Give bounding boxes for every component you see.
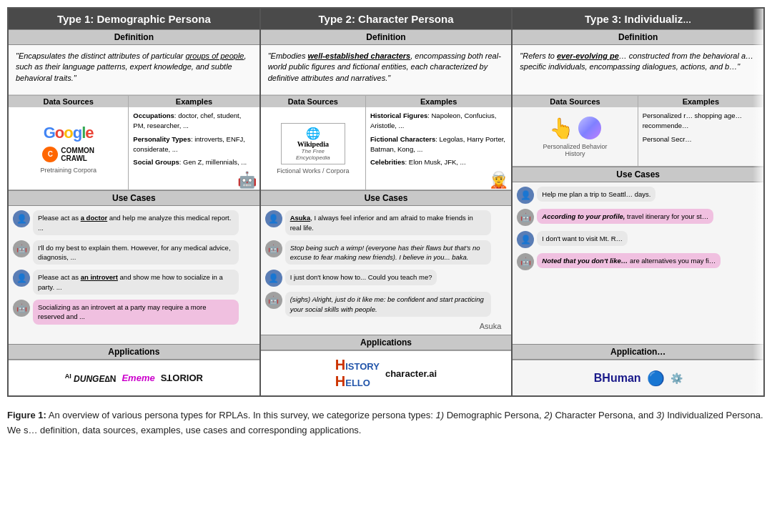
p3-bot-avatar-2: 🤖 <box>517 253 534 270</box>
storior-logo: STORIOR <box>161 373 203 383</box>
p2-bot-avatar-2: 🤖 <box>265 292 282 309</box>
panels-row: Type 1: Demographic Persona Definition "… <box>7 7 765 397</box>
panel2-usecases: 👤 Asuka, I always feel inferior and am a… <box>261 206 512 335</box>
panel2-apps: HISTORY HELLO character.ai <box>261 350 512 395</box>
panel1-usecases: 👤 Please act as a doctor and help me ana… <box>9 206 259 344</box>
panel2-header: Type 2: Character Persona <box>261 9 512 29</box>
p2-chat-row-4: 🤖 (sighs) Alright, just do it like me: b… <box>265 292 508 317</box>
p2-human-avatar-2: 👤 <box>265 270 282 287</box>
example-personalized: Personalized r… shopping age… recommende… <box>643 111 759 132</box>
panel1-sources-col: Data Sources Google C COMMONCRAWL Pretra… <box>9 96 129 189</box>
wikipedia-logo: 🌐 Wikipedia The Free Encyclopedia <box>281 123 345 164</box>
panel3-header: Type 3: Individualiz… <box>513 9 763 29</box>
history-hello-logo: HISTORY HELLO <box>335 357 380 390</box>
cc-text: COMMONCRAWL <box>61 147 94 162</box>
p3-bubble-4: Noted that you don't like… are alternati… <box>537 253 721 268</box>
bubble-3: Please act as an introvert and show me h… <box>33 270 239 295</box>
panel2-usecases-header: Use Cases <box>261 190 512 206</box>
chat-row-1: 👤 Please act as a doctor and help me ana… <box>13 210 255 235</box>
human-avatar-1: 👤 <box>13 210 30 227</box>
panel3-usecases: 👤 Help me plan a trip to Seattl… days. 🤖… <box>513 182 763 344</box>
character-ai-logo: character.ai <box>385 368 437 379</box>
p3-bubble-3: I don't want to visit Mt. R… <box>537 231 628 246</box>
panel-individualized: Type 3: Individualiz… Definition "Refers… <box>513 9 763 395</box>
panel3-source-label: Personalized BehaviorHistory <box>543 143 607 157</box>
panel2-examples-header: Examples <box>366 96 511 107</box>
wikipedia-globe-icon: 🌐 <box>284 127 342 140</box>
panel3-examples-col: Examples Personalized r… shopping age… r… <box>638 96 763 166</box>
panel1-header: Type 1: Demographic Persona <box>9 9 259 29</box>
panel1-definition-header: Definition <box>9 29 259 45</box>
panel1-sources-examples: Data Sources Google C COMMONCRAWL Pretra… <box>9 95 259 190</box>
panel1-apps: AI DUNGE∆N Ememe STORIOR <box>9 360 259 395</box>
panel2-sources-header: Data Sources <box>261 96 365 107</box>
panel2-examples-col: Examples Historical Figures: Napoleon, C… <box>366 96 511 189</box>
panel1-underline: groups of people <box>185 51 244 60</box>
google-logo: Google <box>44 124 94 142</box>
panel3-usecases-header: Use Cases <box>513 167 763 182</box>
panel3-fade <box>753 9 763 395</box>
cc-icon: C <box>42 147 58 162</box>
siri-icon <box>578 117 601 139</box>
wikipedia-title: Wikipedia <box>284 140 342 148</box>
panel3-examples-header: Examples <box>638 96 763 107</box>
p2-chat-row-2: 🤖 Stop being such a wimp! (everyone has … <box>265 240 508 265</box>
chat-row-2: 🤖 I'll do my best to explain them. Howev… <box>13 240 255 265</box>
p2-bubble-1: Asuka, I always feel inferior and am afr… <box>285 210 491 235</box>
panel-demographic: Type 1: Demographic Persona Definition "… <box>9 9 261 395</box>
ai-dungeon-logo: AI DUNGE∆N <box>65 373 117 384</box>
panel3-apps: BHuman 🔵 ⚙️ <box>513 360 763 395</box>
p3-human-avatar-1: 👤 <box>517 187 534 204</box>
chat-row-4: 🤖 Socializing as an introvert at a party… <box>13 300 255 325</box>
panel2-sources-examples: Data Sources 🌐 Wikipedia The Free Encycl… <box>261 95 512 190</box>
fingerprint-icon: 👆 <box>549 117 574 140</box>
p2-bot-avatar-1: 🤖 <box>265 240 282 257</box>
panel1-examples-header: Examples <box>129 96 259 107</box>
panel1-definition: "Encapsulates the distinct attributes of… <box>9 45 259 95</box>
example-celebrities: Celebrities: Elon Musk, JFK, ... <box>370 157 507 167</box>
panel1-examples-content: Occupations: doctor, chef, student, PM, … <box>129 107 259 171</box>
wikipedia-sub: The Free Encyclopedia <box>284 148 342 161</box>
p2-bubble-4: (sighs) Alright, just do it like me: be … <box>285 292 491 317</box>
p3-bot-avatar-1: 🤖 <box>517 209 534 226</box>
p2-chat-row-1: 👤 Asuka, I always feel inferior and am a… <box>265 210 508 235</box>
character-name-label: Asuka <box>265 322 508 330</box>
caption-text: An overview of various persona types for… <box>7 410 763 435</box>
panel3-definition: "Refers to ever-evolving pe… constructed… <box>513 45 763 95</box>
p3-chat-row-2: 🤖 According to your profile, travel itin… <box>517 209 759 226</box>
panel1-definition-text: "Encapsulates the distinct attributes of… <box>16 51 247 82</box>
panel1-source-label: Pretraining Corpora <box>40 167 96 174</box>
figure-container: Type 1: Demographic Persona Definition "… <box>7 7 765 441</box>
panel2-examples-content: Historical Figures: Napoleon, Confucius,… <box>366 107 511 171</box>
common-crawl-logo: C COMMONCRAWL <box>42 147 94 162</box>
panel-character: Type 2: Character Persona Definition "Em… <box>261 9 513 395</box>
panel1-sources-header: Data Sources <box>9 96 128 107</box>
panel2-apps-header: Applications <box>261 335 512 350</box>
panel1-apps-header: Applications <box>9 344 259 360</box>
p3-human-avatar-2: 👤 <box>517 231 534 248</box>
panel3-sources-header: Data Sources <box>513 96 637 107</box>
example-historical: Historical Figures: Napoleon, Confucius,… <box>370 111 507 132</box>
panel3-sources-col: Data Sources 👆 Personalized BehaviorHist… <box>513 96 638 166</box>
bot-avatar-1: 🤖 <box>13 240 30 257</box>
bubble-4: Socializing as an introvert at a party m… <box>33 300 239 325</box>
p2-bubble-2: Stop being such a wimp! (everyone has th… <box>285 240 491 265</box>
panel3-definition-header: Definition <box>513 29 763 45</box>
chat-row-3: 👤 Please act as an introvert and show me… <box>13 270 255 295</box>
p3-chat-row-4: 🤖 Noted that you don't like… are alterna… <box>517 253 759 270</box>
p3-chat-row-3: 👤 I don't want to visit Mt. R… <box>517 231 759 248</box>
panel3-apps-header: Application… <box>513 344 763 360</box>
character-icon-p2: 🧝 <box>366 171 511 189</box>
bubble-2: I'll do my best to explain them. However… <box>33 240 239 265</box>
p2-bubble-3: I just don't know how to... Could you te… <box>285 270 437 285</box>
bhuman-icon: 🔵 <box>647 370 665 387</box>
bubble-1: Please act as a doctor and help me analy… <box>33 210 239 235</box>
figure-num: Figure 1: <box>7 410 46 420</box>
apps-extra-icon: ⚙️ <box>670 373 683 384</box>
panel3-definition-text: "Refers to ever-evolving pe… constructed… <box>520 51 753 71</box>
panel2-definition-header: Definition <box>261 29 512 45</box>
robot-icon-p1: 🤖 <box>129 171 259 189</box>
bhuman-logo: BHuman <box>594 372 641 385</box>
panel2-sources-col: Data Sources 🌐 Wikipedia The Free Encycl… <box>261 96 366 189</box>
p3-bubble-2: According to your profile, travel itiner… <box>537 209 713 224</box>
